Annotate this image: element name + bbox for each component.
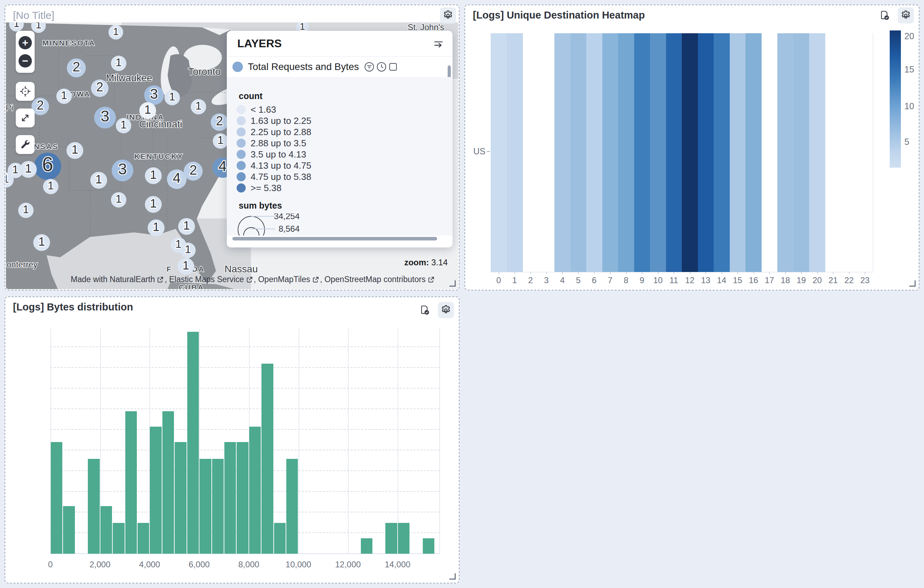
histogram-bar[interactable] — [385, 523, 397, 554]
heatmap-cell[interactable] — [682, 33, 698, 272]
histogram-save-to-library-button[interactable] — [417, 302, 433, 318]
histogram-bar[interactable] — [224, 442, 236, 554]
map-place-label: Nassau — [225, 264, 258, 274]
heatmap-cell[interactable] — [634, 33, 650, 272]
draw-bounds-button[interactable] — [16, 109, 35, 127]
count-legend-item: 1.63 up to 2.25 — [237, 115, 452, 126]
histogram-bar[interactable] — [423, 538, 434, 554]
heatmap-plot[interactable] — [491, 33, 873, 272]
heatmap-cell[interactable] — [777, 33, 794, 272]
histogram-vertical-gridline — [348, 329, 348, 554]
fit-to-data-button[interactable] — [16, 82, 35, 101]
heatmap-cell[interactable] — [571, 33, 587, 272]
histogram-bar[interactable] — [63, 506, 74, 554]
heatmap-cell[interactable] — [491, 33, 507, 272]
histogram-bar[interactable] — [101, 506, 112, 554]
attribution-link[interactable]: , OpenStreetMap contributors — [320, 275, 426, 284]
histogram-bar[interactable] — [237, 442, 248, 554]
heatmap-cell[interactable] — [586, 33, 602, 272]
layer-row[interactable]: Total Requests and Bytes — [227, 57, 452, 77]
horizontal-scrollbar[interactable] — [233, 237, 437, 240]
heatmap-x-tick — [738, 272, 738, 274]
layers-legend-area: count < 1.631.63 up to 2.252.25 up to 2.… — [227, 77, 452, 236]
histogram-bar[interactable] — [286, 459, 298, 554]
map-cluster-count: 1 — [23, 203, 29, 216]
panel-resize-handle[interactable] — [909, 280, 916, 287]
layer-name: Total Requests and Bytes — [248, 61, 359, 73]
histogram-bar[interactable] — [113, 523, 124, 554]
attribution-link[interactable]: , Elastic Maps Service — [165, 275, 244, 284]
attribution-link[interactable]: Made with NaturalEarth — [71, 275, 155, 284]
legend-label: 1.63 up to 2.25 — [251, 116, 311, 126]
heatmap-cell[interactable] — [809, 33, 825, 272]
histogram-bar[interactable] — [88, 459, 99, 554]
histogram-bar[interactable] — [137, 523, 149, 554]
heatmap-cell[interactable] — [602, 33, 619, 272]
map-place-label: Pi — [6, 103, 13, 112]
diagonal-arrows-icon — [19, 112, 31, 124]
heatmap-cell[interactable] — [698, 33, 714, 272]
sum-bytes-tick-label: 0 — [295, 235, 300, 236]
heatmap-x-label: 7 — [608, 276, 612, 285]
heatmap-cell[interactable] — [554, 33, 571, 272]
heatmap-cell[interactable] — [650, 33, 666, 272]
map-place-label: F — [167, 265, 172, 273]
histogram-horizontal-gridline — [50, 429, 440, 430]
panel-resize-handle[interactable] — [449, 573, 456, 580]
histogram-bar[interactable] — [125, 411, 137, 554]
zoom-out-button[interactable]: − — [18, 54, 32, 68]
heatmap-x-tick — [769, 272, 770, 274]
heatmap-x-tick — [563, 272, 563, 274]
heatmap-save-to-library-button[interactable] — [877, 7, 893, 23]
colorbar-tick-label: 20 — [904, 31, 914, 41]
heatmap-cell[interactable] — [618, 33, 634, 272]
heatmap-cell[interactable] — [507, 33, 523, 272]
heatmap-cell[interactable] — [730, 33, 746, 272]
histogram-bar[interactable] — [249, 427, 261, 554]
heatmap-cell[interactable] — [746, 33, 762, 272]
map-panel-title: [No Title] — [13, 10, 54, 21]
file-check-icon — [879, 10, 890, 21]
legend-swatch — [237, 150, 246, 159]
zoom-in-button[interactable]: + — [18, 36, 32, 50]
heatmap-x-tick — [531, 272, 531, 274]
map-cluster-count: 2 — [216, 114, 223, 128]
map-zoom-indicator: zoom: 3.14 — [404, 258, 448, 268]
collapse-panel-icon[interactable] — [434, 39, 444, 48]
checkbox-icon[interactable] — [388, 62, 398, 71]
panel-resize-handle[interactable] — [449, 280, 456, 287]
histogram-bar[interactable] — [398, 523, 409, 554]
histogram-bar[interactable] — [200, 459, 211, 554]
histogram-bar[interactable] — [261, 363, 273, 554]
map-settings-button[interactable] — [440, 7, 456, 23]
tools-button[interactable] — [16, 135, 35, 154]
count-legend: < 1.631.63 up to 2.252.25 up to 2.882.88… — [234, 104, 452, 193]
histogram-bar[interactable] — [274, 523, 285, 554]
map-cluster-count: 1 — [48, 179, 54, 192]
histogram-bar[interactable] — [187, 332, 199, 554]
heatmap-cell[interactable] — [714, 33, 730, 272]
heatmap-x-label: 9 — [640, 276, 644, 285]
count-legend-item: 4.13 up to 4.75 — [237, 160, 452, 171]
map-cluster-count: 1 — [95, 172, 102, 186]
map-cluster-count: 3 — [150, 86, 158, 102]
attribution-link[interactable]: , OpenMapTiles — [254, 275, 310, 284]
histogram-bar[interactable] — [175, 442, 186, 554]
heatmap-cell[interactable] — [794, 33, 810, 272]
histogram-bar[interactable] — [361, 538, 372, 554]
clock-icon[interactable] — [376, 61, 387, 72]
map-cluster-count: 1 — [6, 173, 9, 185]
histogram-bar[interactable] — [150, 427, 161, 554]
histogram-plot[interactable] — [50, 329, 440, 554]
histogram-bar[interactable] — [212, 459, 224, 554]
map-cluster-count: 6 — [42, 153, 53, 175]
heatmap-cell[interactable] — [666, 33, 682, 272]
heatmap-settings-button[interactable] — [898, 7, 914, 23]
map-cluster-count: 2 — [37, 98, 44, 112]
map-cluster-count: 1 — [116, 56, 122, 69]
sum-bytes-tick-label: 8,564 — [279, 224, 300, 233]
histogram-settings-button[interactable] — [438, 302, 454, 318]
histogram-bar[interactable] — [51, 442, 62, 554]
histogram-bar[interactable] — [162, 411, 174, 554]
filter-icon[interactable] — [364, 61, 375, 72]
